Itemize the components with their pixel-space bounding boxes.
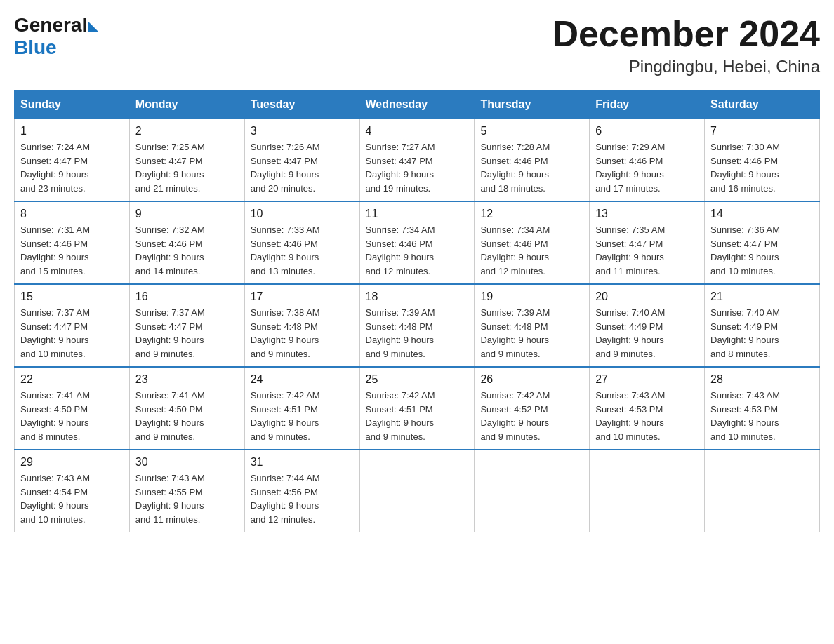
day-number: 27 [595, 373, 699, 386]
calendar-cell [359, 450, 475, 532]
day-info: Sunrise: 7:39 AMSunset: 4:48 PMDaylight:… [480, 306, 583, 361]
calendar-cell: 31Sunrise: 7:44 AMSunset: 4:56 PMDayligh… [244, 450, 359, 532]
day-of-week-header: Saturday [705, 91, 820, 119]
day-of-week-header: Wednesday [359, 91, 475, 119]
day-of-week-header: Friday [590, 91, 705, 119]
day-number: 20 [595, 290, 699, 303]
day-info: Sunrise: 7:44 AMSunset: 4:56 PMDaylight:… [251, 471, 354, 526]
calendar-cell: 5Sunrise: 7:28 AMSunset: 4:46 PMDaylight… [475, 119, 590, 201]
day-number: 6 [595, 125, 699, 137]
calendar-cell: 2Sunrise: 7:25 AMSunset: 4:47 PMDaylight… [129, 119, 244, 201]
day-info: Sunrise: 7:43 AMSunset: 4:53 PMDaylight:… [595, 389, 699, 443]
calendar-cell: 15Sunrise: 7:37 AMSunset: 4:47 PMDayligh… [15, 284, 130, 367]
day-info: Sunrise: 7:37 AMSunset: 4:47 PMDaylight:… [20, 306, 124, 361]
day-number: 21 [710, 290, 814, 303]
calendar-cell: 16Sunrise: 7:37 AMSunset: 4:47 PMDayligh… [129, 284, 244, 367]
day-info: Sunrise: 7:37 AMSunset: 4:47 PMDaylight:… [135, 306, 239, 361]
calendar-cell: 22Sunrise: 7:41 AMSunset: 4:50 PMDayligh… [15, 367, 130, 450]
day-number: 12 [480, 208, 583, 220]
day-number: 9 [135, 208, 239, 220]
calendar-cell: 13Sunrise: 7:35 AMSunset: 4:47 PMDayligh… [590, 201, 705, 284]
title-section: December 2024 Pingdingbu, Hebei, China [552, 14, 820, 76]
day-number: 23 [135, 373, 239, 386]
day-info: Sunrise: 7:26 AMSunset: 4:47 PMDaylight:… [251, 140, 354, 195]
calendar-cell: 6Sunrise: 7:29 AMSunset: 4:46 PMDaylight… [590, 119, 705, 201]
calendar-cell: 19Sunrise: 7:39 AMSunset: 4:48 PMDayligh… [475, 284, 590, 367]
day-info: Sunrise: 7:25 AMSunset: 4:47 PMDaylight:… [135, 140, 239, 195]
day-number: 2 [135, 125, 239, 137]
day-number: 16 [135, 290, 239, 303]
calendar-cell: 17Sunrise: 7:38 AMSunset: 4:48 PMDayligh… [244, 284, 359, 367]
day-info: Sunrise: 7:29 AMSunset: 4:46 PMDaylight:… [595, 140, 699, 195]
calendar-week-row: 1Sunrise: 7:24 AMSunset: 4:47 PMDaylight… [15, 119, 820, 201]
calendar-cell: 23Sunrise: 7:41 AMSunset: 4:50 PMDayligh… [129, 367, 244, 450]
calendar-cell [590, 450, 705, 532]
day-info: Sunrise: 7:40 AMSunset: 4:49 PMDaylight:… [710, 306, 814, 361]
day-number: 19 [480, 290, 583, 303]
logo-blue-text: Blue [14, 36, 57, 59]
day-number: 17 [251, 290, 354, 303]
calendar-week-row: 22Sunrise: 7:41 AMSunset: 4:50 PMDayligh… [15, 367, 820, 450]
day-number: 31 [251, 456, 354, 469]
day-number: 14 [710, 208, 814, 220]
calendar-cell: 21Sunrise: 7:40 AMSunset: 4:49 PMDayligh… [705, 284, 820, 367]
calendar-cell: 11Sunrise: 7:34 AMSunset: 4:46 PMDayligh… [359, 201, 475, 284]
day-info: Sunrise: 7:31 AMSunset: 4:46 PMDaylight:… [20, 223, 124, 278]
day-number: 3 [251, 125, 354, 137]
day-info: Sunrise: 7:42 AMSunset: 4:51 PMDaylight:… [251, 389, 354, 443]
day-number: 29 [20, 456, 124, 469]
calendar-cell: 8Sunrise: 7:31 AMSunset: 4:46 PMDaylight… [15, 201, 130, 284]
calendar-cell: 30Sunrise: 7:43 AMSunset: 4:55 PMDayligh… [129, 450, 244, 532]
month-title: December 2024 [552, 14, 820, 54]
day-info: Sunrise: 7:40 AMSunset: 4:49 PMDaylight:… [595, 306, 699, 361]
calendar-cell: 9Sunrise: 7:32 AMSunset: 4:46 PMDaylight… [129, 201, 244, 284]
calendar-week-row: 8Sunrise: 7:31 AMSunset: 4:46 PMDaylight… [15, 201, 820, 284]
day-number: 22 [20, 373, 124, 386]
day-number: 18 [366, 290, 469, 303]
day-number: 1 [20, 125, 124, 137]
calendar-cell: 10Sunrise: 7:33 AMSunset: 4:46 PMDayligh… [244, 201, 359, 284]
day-info: Sunrise: 7:28 AMSunset: 4:46 PMDaylight:… [480, 140, 583, 195]
day-info: Sunrise: 7:36 AMSunset: 4:47 PMDaylight:… [710, 223, 814, 278]
day-number: 26 [480, 373, 583, 386]
day-info: Sunrise: 7:35 AMSunset: 4:47 PMDaylight:… [595, 223, 699, 278]
calendar-cell: 20Sunrise: 7:40 AMSunset: 4:49 PMDayligh… [590, 284, 705, 367]
day-of-week-header: Sunday [15, 91, 130, 119]
day-number: 7 [710, 125, 814, 137]
day-number: 24 [251, 373, 354, 386]
day-info: Sunrise: 7:39 AMSunset: 4:48 PMDaylight:… [366, 306, 469, 361]
calendar-cell: 7Sunrise: 7:30 AMSunset: 4:46 PMDaylight… [705, 119, 820, 201]
day-number: 25 [366, 373, 469, 386]
calendar-cell: 1Sunrise: 7:24 AMSunset: 4:47 PMDaylight… [15, 119, 130, 201]
day-info: Sunrise: 7:34 AMSunset: 4:46 PMDaylight:… [480, 223, 583, 278]
calendar-cell [705, 450, 820, 532]
day-info: Sunrise: 7:41 AMSunset: 4:50 PMDaylight:… [20, 389, 124, 443]
calendar-header-row: SundayMondayTuesdayWednesdayThursdayFrid… [15, 91, 820, 119]
day-info: Sunrise: 7:30 AMSunset: 4:46 PMDaylight:… [710, 140, 814, 195]
day-of-week-header: Thursday [475, 91, 590, 119]
day-number: 4 [366, 125, 469, 137]
day-info: Sunrise: 7:24 AMSunset: 4:47 PMDaylight:… [20, 140, 124, 195]
day-info: Sunrise: 7:43 AMSunset: 4:55 PMDaylight:… [135, 471, 239, 526]
logo-arrow-icon [88, 22, 98, 32]
day-info: Sunrise: 7:42 AMSunset: 4:51 PMDaylight:… [366, 389, 469, 443]
day-info: Sunrise: 7:43 AMSunset: 4:53 PMDaylight:… [710, 389, 814, 443]
calendar-cell: 4Sunrise: 7:27 AMSunset: 4:47 PMDaylight… [359, 119, 475, 201]
logo: General Blue [14, 14, 98, 59]
day-number: 28 [710, 373, 814, 386]
day-info: Sunrise: 7:33 AMSunset: 4:46 PMDaylight:… [251, 223, 354, 278]
day-info: Sunrise: 7:27 AMSunset: 4:47 PMDaylight:… [366, 140, 469, 195]
day-info: Sunrise: 7:34 AMSunset: 4:46 PMDaylight:… [366, 223, 469, 278]
day-info: Sunrise: 7:43 AMSunset: 4:54 PMDaylight:… [20, 471, 124, 526]
calendar-cell: 25Sunrise: 7:42 AMSunset: 4:51 PMDayligh… [359, 367, 475, 450]
day-number: 5 [480, 125, 583, 137]
day-info: Sunrise: 7:38 AMSunset: 4:48 PMDaylight:… [251, 306, 354, 361]
calendar-cell: 24Sunrise: 7:42 AMSunset: 4:51 PMDayligh… [244, 367, 359, 450]
calendar-cell: 28Sunrise: 7:43 AMSunset: 4:53 PMDayligh… [705, 367, 820, 450]
calendar-cell: 14Sunrise: 7:36 AMSunset: 4:47 PMDayligh… [705, 201, 820, 284]
day-number: 11 [366, 208, 469, 220]
day-of-week-header: Monday [129, 91, 244, 119]
calendar-week-row: 15Sunrise: 7:37 AMSunset: 4:47 PMDayligh… [15, 284, 820, 367]
calendar-week-row: 29Sunrise: 7:43 AMSunset: 4:54 PMDayligh… [15, 450, 820, 532]
day-of-week-header: Tuesday [244, 91, 359, 119]
